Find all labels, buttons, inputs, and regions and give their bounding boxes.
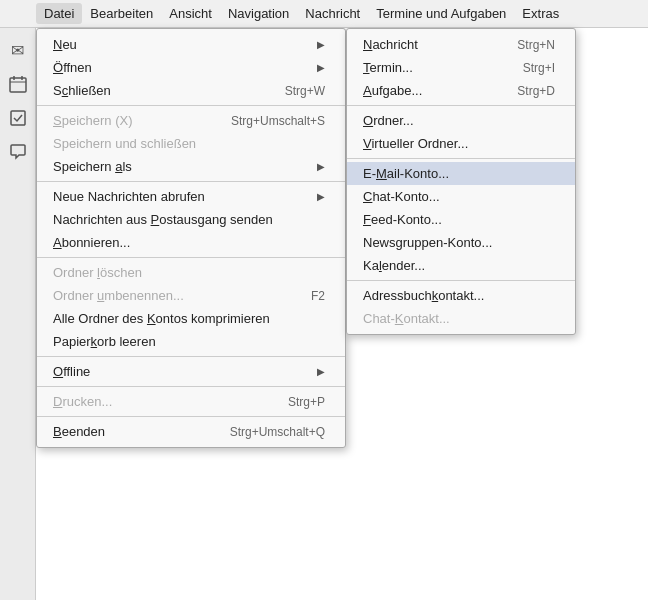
menu-item-nachricht[interactable]: Nachricht Strg+N [347,33,575,56]
menu-item-kalender-label: Kalender... [363,258,425,273]
menu-separator-1 [37,105,345,106]
menu-item-alle-ordner[interactable]: Alle Ordner des Kontos komprimieren [37,307,345,330]
menu-item-aufgabe[interactable]: Aufgabe... Strg+D [347,79,575,102]
menu-item-ordner[interactable]: Ordner... [347,109,575,132]
menu-item-ordner-label: Ordner... [363,113,414,128]
menu-item-nachricht-shortcut: Strg+N [517,38,555,52]
menubar-item-extras[interactable]: Extras [514,3,567,24]
menu-item-feed-konto[interactable]: Feed-Konto... [347,208,575,231]
menu-item-papierkorb-label: Papierkorb leeren [53,334,156,349]
menu-item-neue-nachrichten[interactable]: Neue Nachrichten abrufen [37,185,345,208]
menu-item-ordner-umbenennen-label: Ordner umbenennen... [53,288,184,303]
menu-item-adressbuch-kontakt-label: Adressbuchkontakt... [363,288,484,303]
menu-separator-2 [37,181,345,182]
sidebar-icon-calendar[interactable] [4,70,32,98]
menu-item-newsgruppen-konto-label: Newsgruppen-Konto... [363,235,492,250]
sidebar-icon-chat[interactable] [4,138,32,166]
menu-separator-4 [37,356,345,357]
menu-item-virtueller-ordner[interactable]: Virtueller Ordner... [347,132,575,155]
menu-item-termin[interactable]: Termin... Strg+I [347,56,575,79]
menu-item-nachrichten-postausgang[interactable]: Nachrichten aus Postausgang senden [37,208,345,231]
menu-item-beenden-shortcut: Strg+Umschalt+Q [230,425,325,439]
menu-item-schliessen-label: Schließen [53,83,111,98]
menu-item-nachrichten-postausgang-label: Nachrichten aus Postausgang senden [53,212,273,227]
menu-item-neu-label: Neu [53,37,77,52]
menu-item-oeffnen-label: Öffnen [53,60,92,75]
menu-item-drucken: Drucken... Strg+P [37,390,345,413]
menu-item-ordner-umbenennen: Ordner umbenennen... F2 [37,284,345,307]
menu-item-schliessen[interactable]: Schließen Strg+W [37,79,345,102]
menu-item-newsgruppen-konto[interactable]: Newsgruppen-Konto... [347,231,575,254]
menubar-item-bearbeiten[interactable]: Bearbeiten [82,3,161,24]
menu-item-oeffnen[interactable]: Öffnen [37,56,345,79]
menu-item-speichern-x-shortcut: Strg+Umschalt+S [231,114,325,128]
menu-item-adressbuch-kontakt[interactable]: Adressbuchkontakt... [347,284,575,307]
submenu-separator-3 [347,280,575,281]
menu-separator-6 [37,416,345,417]
menubar-item-ansicht[interactable]: Ansicht [161,3,220,24]
sidebar-icon-mail[interactable]: ✉ [4,36,32,64]
svg-rect-4 [11,111,25,125]
menu-item-speichern-als-label: Speichern als [53,159,132,174]
menu-item-abonnieren[interactable]: Abonnieren... [37,231,345,254]
menu-item-nachricht-label: Nachricht [363,37,418,52]
datei-dropdown: Neu Öffnen Schließen Strg+W Speichern (X… [36,28,346,448]
menu-item-speichern-x: Speichern (X) Strg+Umschalt+S [37,109,345,132]
menu-item-speichern-schliessen-label: Speichern und schließen [53,136,196,151]
svg-rect-0 [10,78,26,92]
menubar-item-datei[interactable]: Datei [36,3,82,24]
menu-item-speichern-x-label: Speichern (X) [53,113,132,128]
menu-item-aufgabe-label: Aufgabe... [363,83,422,98]
submenu-separator-2 [347,158,575,159]
menu-item-neue-nachrichten-label: Neue Nachrichten abrufen [53,189,205,204]
menu-item-kalender[interactable]: Kalender... [347,254,575,277]
menu-item-email-konto-label: E-Mail-Konto... [363,166,449,181]
menu-separator-5 [37,386,345,387]
menu-item-ordner-loeschen-label: Ordner löschen [53,265,142,280]
menu-item-speichern-schliessen: Speichern und schließen [37,132,345,155]
sidebar-icon-tasks[interactable] [4,104,32,132]
menu-item-feed-konto-label: Feed-Konto... [363,212,442,227]
menu-item-chat-konto-label: Chat-Konto... [363,189,440,204]
sidebar: ✉ [0,28,36,600]
menubar-item-navigation[interactable]: Navigation [220,3,297,24]
neu-submenu-dropdown: Nachricht Strg+N Termin... Strg+I Aufgab… [346,28,576,335]
menu-item-speichern-als[interactable]: Speichern als [37,155,345,178]
menu-item-drucken-shortcut: Strg+P [288,395,325,409]
menu-item-drucken-label: Drucken... [53,394,112,409]
menu-item-offline-label: Offline [53,364,90,379]
menu-item-ordner-umbenennen-shortcut: F2 [311,289,325,303]
menu-item-neu[interactable]: Neu [37,33,345,56]
menu-item-email-konto[interactable]: E-Mail-Konto... [347,162,575,185]
menu-item-beenden-label: Beenden [53,424,105,439]
menubar: Datei Bearbeiten Ansicht Navigation Nach… [0,0,648,28]
menubar-item-nachricht[interactable]: Nachricht [297,3,368,24]
menu-item-offline[interactable]: Offline [37,360,345,383]
menu-item-termin-shortcut: Strg+I [523,61,555,75]
menu-separator-3 [37,257,345,258]
menu-item-abonnieren-label: Abonnieren... [53,235,130,250]
menu-item-papierkorb[interactable]: Papierkorb leeren [37,330,345,353]
menu-item-aufgabe-shortcut: Strg+D [517,84,555,98]
menu-item-beenden[interactable]: Beenden Strg+Umschalt+Q [37,420,345,443]
menu-item-ordner-loeschen: Ordner löschen [37,261,345,284]
menubar-item-termine[interactable]: Termine und Aufgaben [368,3,514,24]
menu-item-termin-label: Termin... [363,60,413,75]
menu-item-chat-konto[interactable]: Chat-Konto... [347,185,575,208]
menu-item-virtueller-ordner-label: Virtueller Ordner... [363,136,468,151]
menu-item-chat-kontakt: Chat-Kontakt... [347,307,575,330]
menu-item-alle-ordner-label: Alle Ordner des Kontos komprimieren [53,311,270,326]
menu-item-schliessen-shortcut: Strg+W [285,84,325,98]
menu-item-chat-kontakt-label: Chat-Kontakt... [363,311,450,326]
submenu-separator-1 [347,105,575,106]
